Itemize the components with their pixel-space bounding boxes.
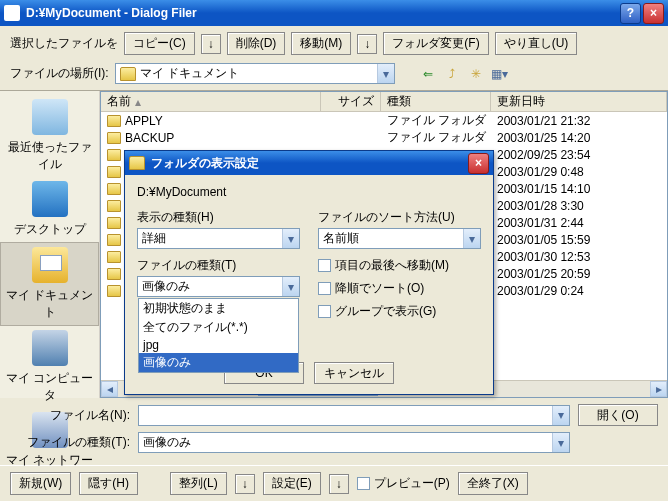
place-recent[interactable]: 最近使ったファイル <box>0 95 99 177</box>
table-row[interactable]: BACKUPファイル フォルダ2003/01/25 14:20 <box>101 129 667 146</box>
col-type[interactable]: 種類 <box>381 92 491 111</box>
col-date[interactable]: 更新日時 <box>491 92 667 111</box>
view-menu-icon[interactable]: ▦▾ <box>491 65 509 83</box>
chevron-down-icon[interactable]: ▾ <box>377 64 394 83</box>
sort-asc-icon: ▴ <box>135 95 141 109</box>
checkbox-icon <box>318 305 331 318</box>
location-label: ファイルの場所(I): <box>10 65 109 82</box>
file-type-dropdown-list: 初期状態のまま全てのファイル(*.*)jpg画像のみ <box>138 298 299 373</box>
place-mycomputer[interactable]: マイ コンピュータ <box>0 326 99 408</box>
display-type-label: 表示の種類(H) <box>137 209 300 226</box>
delete-button[interactable]: 削除(D) <box>227 32 286 55</box>
folder-icon <box>107 285 121 297</box>
back-icon[interactable]: ⇐ <box>419 65 437 83</box>
folder-display-settings-dialog: フォルダの表示設定 × D:¥MyDocument 表示の種類(H) 詳細 ▾ … <box>124 150 494 395</box>
dialog-titlebar: フォルダの表示設定 × <box>125 151 493 175</box>
dialog-close-button[interactable]: × <box>468 153 489 174</box>
window-title: D:¥MyDocument - Dialog Filer <box>26 6 618 20</box>
folder-icon <box>120 67 136 81</box>
filetype-value: 画像のみ <box>143 434 191 451</box>
table-row[interactable]: APPLYファイル フォルダ2003/01/21 21:32 <box>101 112 667 129</box>
place-mydocuments[interactable]: マイ ドキュメント <box>0 242 99 326</box>
folder-icon <box>107 234 121 246</box>
folder-icon <box>107 149 121 161</box>
footer-toolbar: 新規(W) 隠す(H) 整列(L) ↓ 設定(E) ↓ プレビュー(P) 全終了… <box>0 465 668 501</box>
file-type-combo[interactable]: 画像のみ ▾ 初期状態のまま全てのファイル(*.*)jpg画像のみ <box>137 276 300 297</box>
align-down-icon[interactable]: ↓ <box>235 474 255 494</box>
window-titlebar: D:¥MyDocument - Dialog Filer ? × <box>0 0 668 26</box>
desktop-icon <box>32 181 68 217</box>
list-header: 名前 ▴ サイズ 種類 更新日時 <box>101 92 667 112</box>
mycomputer-icon <box>32 330 68 366</box>
location-combo[interactable]: マイ ドキュメント ▾ <box>115 63 395 84</box>
recent-icon <box>32 99 68 135</box>
copy-button[interactable]: コピー(C) <box>124 32 195 55</box>
help-button[interactable]: ? <box>620 3 641 24</box>
mydocuments-icon <box>32 247 68 283</box>
settings-button[interactable]: 設定(E) <box>263 472 321 495</box>
chevron-down-icon[interactable]: ▾ <box>463 229 480 248</box>
move-to-last-checkbox[interactable]: 項目の最後へ移動(M) <box>318 257 481 274</box>
close-button[interactable]: × <box>643 3 664 24</box>
bottom-panel: ファイル名(N): ▾ 開く(O) ファイルの種類(T): 画像のみ ▾ <box>0 398 668 465</box>
col-size[interactable]: サイズ <box>321 92 381 111</box>
chevron-down-icon[interactable]: ▾ <box>552 433 569 452</box>
group-display-checkbox[interactable]: グループで表示(G) <box>318 303 481 320</box>
location-toolbar: ファイルの場所(I): マイ ドキュメント ▾ ⇐ ⤴ ✳ ▦▾ <box>0 59 668 90</box>
folder-icon <box>129 156 145 170</box>
dialog-path: D:¥MyDocument <box>137 185 481 199</box>
settings-down-icon[interactable]: ↓ <box>329 474 349 494</box>
filename-label: ファイル名(N): <box>10 407 130 424</box>
sort-method-label: ファイルのソート方法(U) <box>318 209 481 226</box>
col-name[interactable]: 名前 ▴ <box>101 92 321 111</box>
folder-icon <box>107 166 121 178</box>
filetype-combo[interactable]: 画像のみ ▾ <box>138 432 570 453</box>
folder-icon <box>107 217 121 229</box>
close-all-button[interactable]: 全終了(X) <box>458 472 528 495</box>
dialog-title: フォルダの表示設定 <box>151 155 466 172</box>
folder-icon <box>107 183 121 195</box>
scroll-left-icon[interactable]: ◂ <box>101 381 118 397</box>
places-bar: 最近使ったファイル デスクトップ マイ ドキュメント マイ コンピュータ マイ … <box>0 91 100 398</box>
move-down-icon[interactable]: ↓ <box>357 34 377 54</box>
cancel-button[interactable]: キャンセル <box>314 362 394 384</box>
file-type-label: ファイルの種類(T) <box>137 257 300 274</box>
align-button[interactable]: 整列(L) <box>170 472 227 495</box>
chevron-down-icon[interactable]: ▾ <box>552 406 569 425</box>
sort-desc-checkbox[interactable]: 降順でソート(O) <box>318 280 481 297</box>
selected-file-label: 選択したファイルを <box>10 35 118 52</box>
copy-down-icon[interactable]: ↓ <box>201 34 221 54</box>
preview-checkbox[interactable]: プレビュー(P) <box>357 475 450 492</box>
open-button[interactable]: 開く(O) <box>578 404 658 426</box>
checkbox-icon <box>318 282 331 295</box>
hide-button[interactable]: 隠す(H) <box>79 472 138 495</box>
filetype-label: ファイルの種類(T): <box>10 434 130 451</box>
dropdown-item[interactable]: jpg <box>139 337 298 353</box>
folder-icon <box>107 268 121 280</box>
change-folder-button[interactable]: フォルダ変更(F) <box>383 32 488 55</box>
dropdown-item[interactable]: 画像のみ <box>139 353 298 372</box>
checkbox-icon <box>318 259 331 272</box>
folder-icon <box>107 251 121 263</box>
place-desktop[interactable]: デスクトップ <box>0 177 99 242</box>
dropdown-item[interactable]: 全てのファイル(*.*) <box>139 318 298 337</box>
display-type-combo[interactable]: 詳細 ▾ <box>137 228 300 249</box>
location-value: マイ ドキュメント <box>140 65 239 82</box>
up-folder-icon[interactable]: ⤴ <box>443 65 461 83</box>
sort-method-combo[interactable]: 名前順 ▾ <box>318 228 481 249</box>
app-icon <box>4 5 20 21</box>
filename-combo[interactable]: ▾ <box>138 405 570 426</box>
move-button[interactable]: 移動(M) <box>291 32 351 55</box>
scroll-right-icon[interactable]: ▸ <box>650 381 667 397</box>
folder-icon <box>107 115 121 127</box>
chevron-down-icon[interactable]: ▾ <box>282 229 299 248</box>
chevron-down-icon[interactable]: ▾ <box>282 277 299 296</box>
folder-icon <box>107 200 121 212</box>
selection-toolbar: 選択したファイルを コピー(C) ↓ 削除(D) 移動(M) ↓ フォルダ変更(… <box>0 26 668 59</box>
checkbox-icon <box>357 477 370 490</box>
new-folder-icon[interactable]: ✳ <box>467 65 485 83</box>
undo-button[interactable]: やり直し(U) <box>495 32 578 55</box>
dropdown-item[interactable]: 初期状態のまま <box>139 299 298 318</box>
folder-icon <box>107 132 121 144</box>
new-button[interactable]: 新規(W) <box>10 472 71 495</box>
